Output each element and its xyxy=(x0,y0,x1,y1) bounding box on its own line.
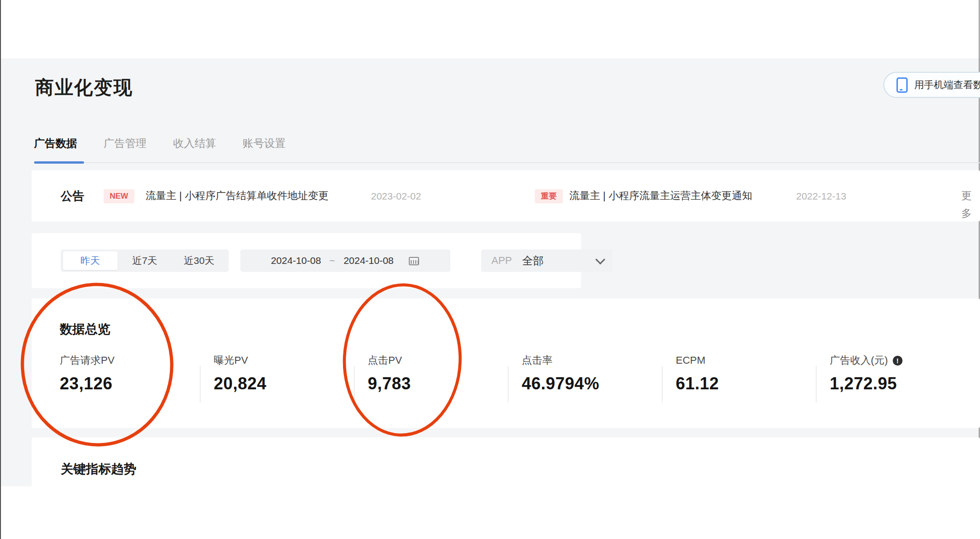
tab-revenue-settlement[interactable]: 收入结算 xyxy=(173,136,216,157)
metric-label: 广告请求PV xyxy=(60,353,114,367)
chevron-down-icon xyxy=(595,255,605,264)
page-title: 商业化变现 xyxy=(35,75,133,100)
key-metric-trend-card: 关键指标趋势 xyxy=(32,437,980,539)
metric-label: 点击率 xyxy=(522,353,553,367)
tab-ad-data[interactable]: 广告数据 xyxy=(34,136,77,157)
metric-value: 20,824 xyxy=(214,374,354,394)
metric-divider xyxy=(354,366,355,402)
view-on-mobile-button[interactable]: 用手机端查看数据 xyxy=(883,72,980,98)
left-edge-line xyxy=(0,0,1,539)
announcement-date-1: 2023-02-02 xyxy=(371,188,421,205)
range-30days-button[interactable]: 近30天 xyxy=(172,251,226,270)
tab-track-line xyxy=(34,162,980,163)
app-filter-value: 全部 xyxy=(522,254,544,268)
metric-label: 点击PV xyxy=(368,353,402,367)
overview-section-title: 数据总览 xyxy=(60,321,110,338)
trend-section-title: 关键指标趋势 xyxy=(61,461,136,477)
ad-monetization-dashboard: 商业化变现 用手机端查看数据 广告数据 广告管理 收入结算 账号设置 公告 NE… xyxy=(0,0,980,539)
app-filter-label: APP xyxy=(491,255,512,267)
metric-ecpm: ECPM 61.12 xyxy=(676,353,816,394)
metric-ad-request-pv: 广告请求PV 23,126 xyxy=(60,353,200,394)
metric-label: 曝光PV xyxy=(214,353,248,367)
announcement-link-2[interactable]: 流量主 | 小程序流量主运营主体变更通知 xyxy=(569,187,752,205)
announcement-title: 公告 xyxy=(61,187,84,205)
metric-label: 广告收入(元) xyxy=(830,353,888,367)
active-tab-underline xyxy=(34,161,84,164)
metric-value: 61.12 xyxy=(676,374,816,394)
metric-value: 46.9794% xyxy=(522,374,662,394)
date-separator: ~ xyxy=(329,255,335,266)
info-icon[interactable]: ! xyxy=(893,356,903,366)
metric-impression-pv: 曝光PV 20,824 xyxy=(214,353,354,394)
range-7days-button[interactable]: 近7天 xyxy=(118,251,172,270)
tab-ad-management[interactable]: 广告管理 xyxy=(104,136,147,157)
date-end-value: 2024-10-08 xyxy=(343,255,393,266)
app-filter-select[interactable]: APP 全部 xyxy=(481,249,613,272)
filter-bar: 昨天 近7天 近30天 2024-10-08 ~ 2024-10-08 APP … xyxy=(32,233,581,288)
date-range-picker[interactable]: 2024-10-08 ~ 2024-10-08 xyxy=(240,249,450,272)
metric-value: 23,126 xyxy=(60,374,200,394)
calendar-icon xyxy=(409,256,420,266)
badge-new: NEW xyxy=(104,189,134,203)
metric-divider xyxy=(508,366,509,402)
main-tabs: 广告数据 广告管理 收入结算 账号设置 xyxy=(34,136,286,157)
date-start-value: 2024-10-08 xyxy=(271,255,321,266)
metric-divider xyxy=(200,366,201,402)
data-overview-card: 数据总览 广告请求PV 23,126 曝光PV 20,824 点击PV 9,78… xyxy=(32,298,980,428)
announcement-bar: 公告 NEW 流量主 | 小程序广告结算单收件地址变更 2023-02-02 重… xyxy=(32,170,980,221)
metric-divider xyxy=(662,366,663,402)
range-yesterday-button[interactable]: 昨天 xyxy=(63,251,118,270)
announcement-link-1[interactable]: 流量主 | 小程序广告结算单收件地址变更 xyxy=(146,187,329,205)
tab-account-settings[interactable]: 账号设置 xyxy=(243,136,286,157)
view-on-mobile-label: 用手机端查看数据 xyxy=(914,78,980,91)
metric-value: 9,783 xyxy=(368,374,508,394)
phone-icon xyxy=(896,77,908,93)
date-range-segmented-control: 昨天 近7天 近30天 xyxy=(61,249,229,272)
metric-click-pv: 点击PV 9,783 xyxy=(368,353,508,394)
metric-label: ECPM xyxy=(676,353,706,367)
metric-divider xyxy=(816,366,817,402)
announcement-date-2: 2022-12-13 xyxy=(796,188,846,205)
metric-click-rate: 点击率 46.9794% xyxy=(522,353,662,394)
badge-important: 重要 xyxy=(535,189,563,203)
metric-value: 1,272.95 xyxy=(830,374,970,394)
announcement-more-link[interactable]: 更多 xyxy=(961,187,980,222)
metric-ad-revenue: 广告收入(元) ! 1,272.95 xyxy=(830,353,970,394)
